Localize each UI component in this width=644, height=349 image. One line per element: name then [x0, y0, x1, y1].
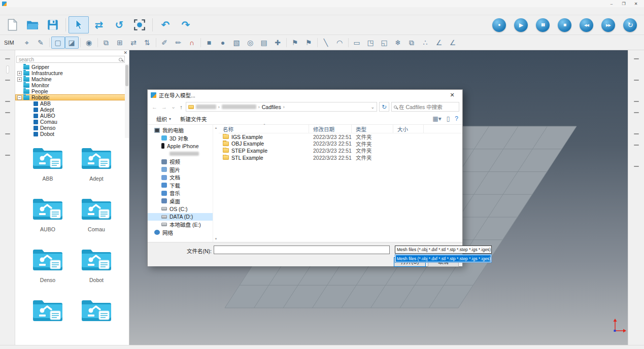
- tree-item[interactable]: Dobot: [15, 131, 129, 137]
- component-folder[interactable]: Denso: [32, 247, 63, 283]
- select-tool-button[interactable]: [69, 16, 89, 33]
- address-dropdown-icon[interactable]: ⌄: [370, 104, 375, 110]
- solid-select-icon[interactable]: ◪: [65, 37, 79, 49]
- rewind-button[interactable]: ◀◀: [580, 18, 593, 32]
- scroll-down-icon[interactable]: ▾: [215, 237, 217, 241]
- add-shape-icon[interactable]: ✚: [271, 37, 285, 49]
- tree-expander-icon[interactable]: +: [17, 77, 22, 82]
- tab-teach[interactable]: [635, 66, 637, 73]
- history-dropdown-icon[interactable]: ⌄: [170, 103, 177, 110]
- tree-item[interactable]: +Machine: [15, 76, 129, 82]
- place-drive-c[interactable]: OS (C:): [148, 205, 213, 213]
- pin-measure-2-icon[interactable]: ⚑: [302, 37, 316, 49]
- filetype-option[interactable]: Mesh files (*.obj *.dxf *.stl *.stp *.st…: [396, 255, 491, 262]
- back-button[interactable]: ←: [151, 104, 158, 110]
- STL Example[interactable]: STL Example2022/3/23 22:51文件夹: [219, 154, 462, 161]
- new-file-button[interactable]: [2, 16, 22, 33]
- dialog-title-bar[interactable]: 正在导入模型... ✕: [148, 90, 462, 100]
- pattern-icon[interactable]: ❄: [391, 37, 405, 49]
- play-button[interactable]: ▶: [514, 18, 528, 32]
- sphere-shape-icon[interactable]: ●: [216, 37, 230, 49]
- fast-forward-button[interactable]: ▶▶: [601, 18, 615, 32]
- reset-button[interactable]: ↻: [623, 18, 637, 32]
- forward-button[interactable]: →: [160, 104, 168, 110]
- column-header[interactable]: 类型: [352, 125, 393, 133]
- tree-item[interactable]: Comau: [15, 119, 129, 125]
- places-scrollbar[interactable]: ▴ ▾: [213, 125, 219, 242]
- chart-icon[interactable]: ∠: [432, 37, 446, 49]
- tree-scrollbar-thumb[interactable]: [125, 65, 128, 86]
- copy-icon[interactable]: ⧉: [99, 37, 113, 49]
- OBJ Example[interactable]: OBJ Example2022/3/23 22:51文件夹: [219, 141, 462, 148]
- torus-shape-icon[interactable]: ◎: [244, 37, 257, 49]
- address-bar[interactable]: › › Cadfiles › ⌄: [186, 102, 377, 112]
- place-drive-e[interactable]: 本地磁盘 (E:): [148, 221, 213, 229]
- place-network[interactable]: 网络: [148, 229, 213, 237]
- stop-button[interactable]: ■: [558, 18, 571, 32]
- place-my-computer[interactable]: 我的电脑: [148, 126, 213, 134]
- tree-item[interactable]: Monitor: [15, 82, 129, 88]
- organize-button[interactable]: 组织 ▾: [152, 115, 176, 123]
- filetype-combobox[interactable]: Mesh files (*.obj *.dxf *.stl *.stp *.st…: [395, 246, 492, 254]
- tree-item[interactable]: Denso: [15, 125, 129, 131]
- tab-process[interactable]: [635, 152, 637, 159]
- preview-pane-button[interactable]: ▯: [447, 115, 450, 122]
- maximize-button[interactable]: ❐: [618, 2, 630, 6]
- filename-input[interactable]: [214, 246, 390, 254]
- transform-tool-button[interactable]: ⇄: [89, 16, 109, 33]
- tree-item[interactable]: People: [15, 88, 129, 94]
- cube-shape-icon[interactable]: ▧: [230, 37, 244, 49]
- close-button[interactable]: ✕: [630, 2, 642, 6]
- measure-icon[interactable]: ✐: [158, 37, 172, 49]
- component-folder[interactable]: Comau: [81, 196, 112, 232]
- mirror-vertical-icon[interactable]: ⇅: [141, 37, 154, 49]
- component-search-input[interactable]: search: [16, 56, 125, 63]
- place-videos[interactable]: 视频: [148, 158, 213, 166]
- tree-expander-icon[interactable]: −: [17, 95, 22, 100]
- tree-item[interactable]: +Infrastructure: [15, 70, 129, 76]
- tree-item[interactable]: ABB: [15, 100, 129, 107]
- component-folder[interactable]: [32, 297, 63, 334]
- IGS Example[interactable]: IGS Example2022/3/23 22:51文件夹: [219, 133, 462, 141]
- tree-scrollbar[interactable]: [125, 64, 129, 138]
- refresh-button[interactable]: ↻: [379, 102, 389, 112]
- place-documents[interactable]: 文档: [148, 173, 213, 182]
- up-button[interactable]: ↑: [179, 104, 184, 110]
- breadcrumb-cadfiles[interactable]: Cadfiles: [262, 104, 281, 110]
- tab-modeling[interactable]: [7, 87, 9, 94]
- component-folder[interactable]: AUBO: [32, 196, 63, 232]
- column-header[interactable]: ˆ名称: [219, 125, 309, 133]
- layers-icon[interactable]: ⧉: [405, 37, 419, 49]
- chart-2-icon[interactable]: ∠: [446, 37, 460, 49]
- structure-tree-icon[interactable]: ∴: [419, 37, 432, 49]
- trace-tool-icon[interactable]: ✎: [34, 37, 48, 49]
- new-folder-button[interactable]: 新建文件夹: [176, 115, 212, 123]
- component-folder[interactable]: Adept: [81, 145, 112, 182]
- box-shape-icon[interactable]: ■: [202, 37, 216, 49]
- jog-tool-icon[interactable]: ⌖: [20, 37, 34, 49]
- STEP Example[interactable]: STEP Example2022/3/23 22:51文件夹: [219, 147, 462, 154]
- arc-tool-icon[interactable]: ◠: [333, 37, 347, 49]
- cylinder-shape-icon[interactable]: ▤: [257, 37, 271, 49]
- place-pictures[interactable]: 图片: [148, 166, 213, 174]
- dialog-close-button[interactable]: ✕: [445, 92, 459, 98]
- mirror-horizontal-icon[interactable]: ⇄: [127, 37, 141, 49]
- tree-item[interactable]: Adept: [15, 107, 129, 113]
- component-folder[interactable]: [81, 297, 112, 334]
- tree-expander-icon[interactable]: [17, 83, 22, 88]
- pause-button[interactable]: ▮▮: [536, 18, 550, 32]
- pin-measure-icon[interactable]: ⚑: [288, 37, 302, 49]
- tab-signal[interactable]: [635, 87, 637, 94]
- tab-programming[interactable]: [7, 141, 9, 148]
- rotate-view-button[interactable]: ↺: [109, 16, 129, 33]
- tree-item[interactable]: AUBO: [15, 113, 129, 119]
- tab-statistics[interactable]: [635, 120, 637, 127]
- visibility-icon[interactable]: ◉: [82, 37, 96, 49]
- paste-icon[interactable]: ⊞: [113, 37, 127, 49]
- column-header[interactable]: 大小: [393, 125, 424, 133]
- record-button[interactable]: ●: [492, 18, 506, 32]
- open-file-button[interactable]: [22, 16, 43, 33]
- frame-tool-icon[interactable]: ▭: [350, 37, 364, 49]
- tree-item[interactable]: Gripper: [15, 64, 129, 70]
- minimize-button[interactable]: –: [605, 2, 618, 6]
